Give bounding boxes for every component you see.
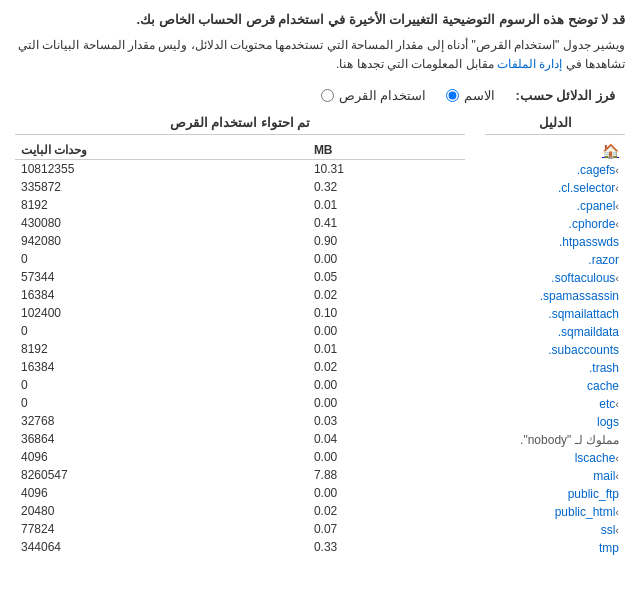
dir-row: 🏠 <box>485 141 625 161</box>
mb-cell: 0.33 <box>308 538 465 556</box>
bytes-cell: 0 <box>15 376 308 394</box>
dir-link[interactable]: subaccounts. <box>548 343 619 357</box>
bytes-cell: 36864 <box>15 430 308 448</box>
bytes-cell: 335872 <box>15 178 308 196</box>
filter-name-option[interactable]: الاسم <box>446 88 495 103</box>
dir-link[interactable]: htpasswds. <box>559 235 619 249</box>
dir-link[interactable]: cl.selector. <box>558 181 615 195</box>
dir-cell: sqmaildata. <box>485 323 625 341</box>
dir-link[interactable]: tmp <box>599 541 619 555</box>
dir-link[interactable]: logs <box>597 415 619 429</box>
dir-cell: ›softaculous. <box>485 269 625 287</box>
dir-cell: public_ftp <box>485 485 625 503</box>
dir-arrow-icon: › <box>615 452 619 464</box>
disk-row: 7.888260547 <box>15 466 465 484</box>
bytes-cell: 8192 <box>15 340 308 358</box>
dir-cell: ›ssl <box>485 521 625 539</box>
dir-link[interactable]: cagefs. <box>577 163 616 177</box>
file-manager-link[interactable]: إدارة الملفات <box>497 57 562 71</box>
bytes-cell: 4096 <box>15 484 308 502</box>
disk-row: 0.018192 <box>15 196 465 214</box>
dir-cell: ›public_html <box>485 503 625 521</box>
dir-row: ›mail <box>485 467 625 485</box>
dir-row: sqmaildata. <box>485 323 625 341</box>
radio-group: الاسم استخدام القرص <box>321 88 496 103</box>
bytes-cell: 32768 <box>15 412 308 430</box>
disk-row: 0.018192 <box>15 340 465 358</box>
dir-link[interactable]: razor. <box>588 253 619 267</box>
dir-row: logs <box>485 413 625 431</box>
mb-cell: 0.05 <box>308 268 465 286</box>
intro-detail-end: مقابل المعلومات التي تجدها هنا. <box>336 57 494 71</box>
dir-link[interactable]: etc <box>599 397 615 411</box>
dir-link[interactable]: cphorde. <box>569 217 616 231</box>
dir-link[interactable]: softaculous. <box>551 271 615 285</box>
dir-table: 🏠 ›cagefs. ›cl.selector. ›cpanel. ›cphor… <box>485 141 625 557</box>
mb-cell: 0.03 <box>308 412 465 430</box>
disk-table-title: تم احتواء استخدام القرص <box>15 115 465 135</box>
dir-row: spamassassin. <box>485 287 625 305</box>
dir-link[interactable]: public_html <box>555 505 616 519</box>
mb-cell: 10.31 <box>308 159 465 178</box>
intro-text: ويشير جدول "استخدام القرص" أدناه إلى مقد… <box>15 36 625 74</box>
mb-cell: 0.00 <box>308 376 465 394</box>
disk-row: 0.000 <box>15 394 465 412</box>
dir-row: public_ftp <box>485 485 625 503</box>
dir-link[interactable]: lscache <box>575 451 616 465</box>
dir-row: ›cl.selector. <box>485 179 625 197</box>
filter-disk-radio[interactable] <box>321 89 334 102</box>
bytes-cell: 430080 <box>15 214 308 232</box>
filter-name-radio[interactable] <box>446 89 459 102</box>
dir-link[interactable]: mail <box>593 469 615 483</box>
home-dir-link[interactable]: 🏠 <box>602 145 619 159</box>
dir-table-container: الدليل 🏠 ›cagefs. ›cl.selector. ›cpanel.… <box>485 115 625 557</box>
dir-cell: ›cl.selector. <box>485 179 625 197</box>
dir-link[interactable]: spamassassin. <box>540 289 619 303</box>
dir-arrow-icon: › <box>615 398 619 410</box>
dir-row: ›public_html <box>485 503 625 521</box>
disk-row: 10.3110812355 <box>15 159 465 178</box>
dir-link[interactable]: trash. <box>589 361 619 375</box>
dir-arrow-icon: › <box>615 506 619 518</box>
bytes-cell: 57344 <box>15 268 308 286</box>
disk-row: 0.0777824 <box>15 520 465 538</box>
mb-cell: 0.04 <box>308 430 465 448</box>
bytes-cell: 0 <box>15 250 308 268</box>
disk-row: 0.000 <box>15 322 465 340</box>
home-icon: 🏠 <box>602 143 619 159</box>
mb-cell: 0.90 <box>308 232 465 250</box>
dir-link[interactable]: public_ftp <box>568 487 619 501</box>
disk-table: MB وحدات البايت 10.31108123550.323358720… <box>15 141 465 556</box>
col-bytes-header: وحدات البايت <box>15 141 308 160</box>
dir-cell: cache <box>485 377 625 395</box>
dir-link[interactable]: cpanel. <box>577 199 616 213</box>
dir-row: cache <box>485 377 625 395</box>
dir-link[interactable]: sqmaildata. <box>558 325 619 339</box>
mb-cell: 0.00 <box>308 322 465 340</box>
dir-cell: spamassassin. <box>485 287 625 305</box>
filter-label: فرز الدلائل حسب: <box>515 88 615 103</box>
dir-row: htpasswds. <box>485 233 625 251</box>
dir-arrow-icon: › <box>615 524 619 536</box>
dir-link[interactable]: ssl <box>601 523 616 537</box>
mb-cell: 0.01 <box>308 340 465 358</box>
bytes-cell: 20480 <box>15 502 308 520</box>
dir-cell: ›cphorde. <box>485 215 625 233</box>
mb-cell: 0.00 <box>308 484 465 502</box>
disk-row: 0.0557344 <box>15 268 465 286</box>
dir-arrow-icon: › <box>615 164 619 176</box>
bytes-cell: 0 <box>15 322 308 340</box>
dir-arrow-icon: › <box>615 200 619 212</box>
dir-cell: tmp <box>485 539 625 557</box>
dir-link[interactable]: sqmailattach. <box>548 307 619 321</box>
dir-arrow-icon: › <box>615 470 619 482</box>
dir-row: subaccounts. <box>485 341 625 359</box>
filter-disk-option[interactable]: استخدام القرص <box>321 88 427 103</box>
dir-cell: trash. <box>485 359 625 377</box>
mb-cell: 0.00 <box>308 394 465 412</box>
dir-cell: razor. <box>485 251 625 269</box>
disk-row: 0.0216384 <box>15 358 465 376</box>
col-mb-header: MB <box>308 141 465 160</box>
dir-link[interactable]: cache <box>587 379 619 393</box>
dir-table-title: الدليل <box>485 115 625 135</box>
